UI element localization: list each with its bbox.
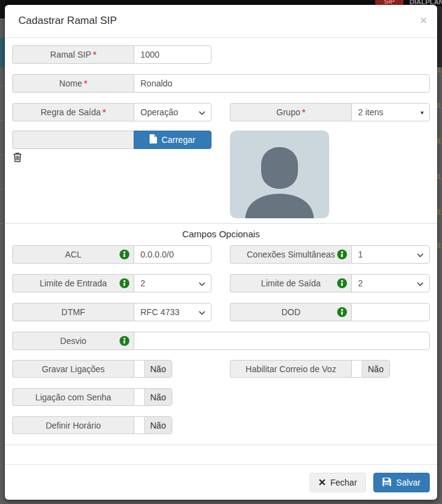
- gravar-ligacoes-field: Gravar Ligações Não: [12, 360, 211, 378]
- info-icon[interactable]: [337, 278, 347, 288]
- grupo-field: Grupo* 2 itens ▾: [230, 103, 430, 121]
- background-row-divider: [0, 155, 5, 155]
- ligacao-senha-label: Ligação com Senha: [12, 388, 134, 406]
- limite-entrada-field: Limite de Entrada 2: [12, 274, 211, 292]
- trash-icon[interactable]: [12, 152, 22, 163]
- gravar-ligacoes-label: Gravar Ligações: [12, 360, 134, 378]
- dtmf-dod-row: DTMF RFC 4733 DOD: [12, 303, 430, 321]
- cadastrar-ramal-sip-modal: Cadastrar Ramal SIP × Ramal SIP* Nome*: [5, 5, 437, 500]
- modal-body: Ramal SIP* Nome* Regra de Saída* Opera: [5, 38, 437, 464]
- background-left-header: [0, 0, 5, 18]
- background-row-divider: [0, 86, 5, 86]
- fechar-button[interactable]: Fechar: [310, 473, 367, 492]
- ligacao-senha-toggle[interactable]: Não: [134, 388, 172, 406]
- dtmf-field: DTMF RFC 4733: [12, 303, 211, 321]
- toggle-state-label: Não: [145, 389, 172, 405]
- background-table-fragment: 0.: [436, 139, 442, 145]
- toggle-state-label: Não: [362, 361, 389, 377]
- ramal-sip-input[interactable]: [134, 45, 211, 64]
- limite-entrada-select[interactable]: 2: [134, 274, 211, 292]
- limite-saida-select[interactable]: 2: [351, 274, 430, 292]
- dod-input[interactable]: [351, 303, 430, 321]
- nome-row: Nome*: [12, 74, 430, 93]
- info-icon[interactable]: [120, 336, 129, 346]
- habilitar-correio-label: Habilitar Correio de Voz: [230, 360, 351, 378]
- required-marker: *: [84, 78, 87, 88]
- avatar: [230, 131, 329, 218]
- desvio-input[interactable]: [134, 332, 430, 350]
- limite-saida-label: Limite de Saída: [230, 274, 351, 292]
- toggle-handle: [134, 417, 145, 433]
- upload-button[interactable]: Carregar: [134, 131, 211, 149]
- background-table-fragment: 0.: [436, 103, 442, 109]
- toggle-state-label: Não: [145, 361, 172, 377]
- habilitar-correio-toggle[interactable]: Não: [351, 360, 390, 378]
- grupo-multiselect[interactable]: 2 itens ▾: [351, 103, 430, 121]
- conexoes-field: Conexões Simultâneas 1: [230, 245, 430, 264]
- definir-horario-label: Definir Horário: [12, 416, 134, 434]
- definir-horario-toggle[interactable]: Não: [134, 416, 172, 434]
- background-left-teal-block: [0, 38, 5, 67]
- ramal-sip-label: Ramal SIP*: [12, 45, 134, 64]
- conexoes-label: Conexões Simultâneas: [230, 245, 351, 264]
- toggle-handle: [134, 361, 145, 377]
- photo-upload-row: Carregar: [12, 131, 430, 218]
- gravar-ligacoes-toggle[interactable]: Não: [134, 360, 172, 378]
- dod-label: DOD: [230, 303, 351, 321]
- grupo-label: Grupo*: [230, 103, 351, 121]
- dtmf-label: DTMF: [12, 303, 134, 321]
- regra-grupo-row: Regra de Saída* Operação Grupo* 2 itens …: [12, 103, 430, 121]
- chevron-down-icon: [199, 307, 205, 317]
- ramal-sip-row: Ramal SIP*: [12, 45, 430, 64]
- regra-saida-field: Regra de Saída* Operação: [12, 103, 211, 121]
- dtmf-select[interactable]: RFC 4733: [134, 303, 211, 321]
- section-title: Campos Opcionais: [12, 228, 430, 240]
- regra-saida-select[interactable]: Operação: [134, 103, 211, 121]
- caret-down-icon: ▾: [421, 109, 424, 116]
- required-marker: *: [102, 107, 105, 117]
- info-icon[interactable]: [120, 250, 129, 259]
- modal-title: Cadastrar Ramal SIP: [18, 15, 427, 27]
- habilitar-correio-field: Habilitar Correio de Voz Não: [230, 360, 390, 378]
- limite-saida-field: Limite de Saída 2: [230, 274, 430, 292]
- upload-controls: Carregar: [12, 131, 211, 218]
- info-icon[interactable]: [337, 307, 347, 317]
- limite-entrada-label: Limite de Entrada: [12, 274, 134, 292]
- desvio-field: Desvio: [12, 332, 430, 350]
- chevron-down-icon: [417, 250, 424, 259]
- close-icon[interactable]: ×: [420, 15, 427, 26]
- x-icon: [319, 478, 326, 487]
- desvio-label: Desvio: [12, 332, 134, 350]
- ligacao-senha-row: Ligação com Senha Não: [12, 388, 430, 406]
- toggle-state-label: Não: [145, 417, 172, 433]
- dod-field: DOD: [230, 303, 430, 321]
- conexoes-select[interactable]: 1: [351, 245, 430, 264]
- chevron-down-icon: [199, 278, 205, 288]
- background-row-divider: [0, 189, 5, 189]
- acl-input[interactable]: [134, 245, 211, 264]
- ligacao-senha-field: Ligação com Senha Não: [12, 388, 172, 406]
- background-table-fragment: 0.: [436, 243, 442, 249]
- nome-label: Nome*: [12, 74, 134, 93]
- ramal-sip-field: Ramal SIP*: [12, 45, 211, 64]
- nome-field: Nome*: [12, 74, 430, 93]
- salvar-button[interactable]: Salvar: [373, 473, 430, 492]
- toggle-handle: [352, 361, 362, 377]
- definir-horario-field: Definir Horário Não: [12, 416, 172, 434]
- background-table-fragment: 0.: [436, 210, 442, 216]
- nome-input[interactable]: [134, 74, 430, 93]
- background-table-fragment: 0.: [436, 67, 442, 74]
- acl-field: ACL: [12, 245, 211, 264]
- info-icon[interactable]: [337, 250, 347, 259]
- acl-label: ACL: [12, 245, 134, 264]
- file-name-display[interactable]: [12, 131, 134, 149]
- modal-footer: Fechar Salvar: [5, 464, 437, 500]
- required-marker: *: [93, 50, 96, 59]
- background-right-header: [437, 6, 442, 67]
- definir-horario-row: Definir Horário Não: [12, 416, 430, 434]
- background-row-divider: [0, 120, 5, 121]
- toggle-handle: [134, 389, 145, 405]
- limites-row: Limite de Entrada 2 Limite de Sa: [12, 274, 430, 292]
- info-icon[interactable]: [120, 278, 129, 288]
- gravar-correio-row: Gravar Ligações Não Habilitar Correio de…: [12, 360, 430, 378]
